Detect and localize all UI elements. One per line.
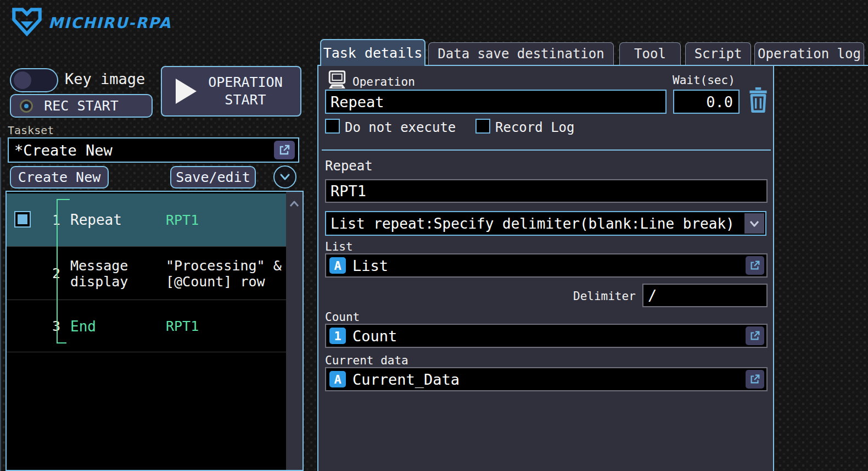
task-row-2[interactable]: 2 Message display "Processing" & [@Count…	[7, 247, 286, 300]
loop-bracket	[57, 342, 66, 343]
current-data-input[interactable]: A Current_Data	[325, 367, 768, 391]
count-value: Count	[352, 328, 397, 345]
repeat-name-input[interactable]: RPT1	[325, 179, 768, 203]
tab-operation-log[interactable]: Operation log	[754, 42, 864, 65]
key-image-label: Key image	[65, 70, 145, 87]
rec-radio-icon	[20, 99, 33, 113]
external-link-icon	[749, 259, 761, 271]
record-log-label: Record Log	[495, 120, 575, 135]
count-label: Count	[325, 311, 360, 324]
app-window: MICHIRU-RPA Key image REC START OPERATIO…	[0, 0, 868, 471]
list-label: List	[325, 240, 353, 253]
delimiter-label: Delimiter	[573, 290, 636, 303]
save-edit-button[interactable]: Save/edit	[170, 166, 256, 189]
list-input[interactable]: A List	[325, 253, 768, 278]
text-variable-badge: A	[329, 257, 346, 274]
loop-bracket	[57, 199, 70, 200]
current-data-value: Current_Data	[352, 371, 460, 388]
list-value: List	[352, 257, 388, 274]
chevron-up-icon	[289, 200, 300, 208]
michiru-heart-logo-icon	[9, 4, 45, 43]
wait-value: 0.0	[706, 93, 733, 110]
delimiter-input[interactable]: /	[642, 284, 768, 307]
tab-task-details[interactable]: Task details	[320, 39, 425, 66]
wait-label: Wait(sec)	[673, 74, 735, 87]
count-open-button[interactable]	[746, 326, 764, 345]
task-row-param: RPT1	[166, 301, 286, 352]
select-arrow-button[interactable]	[744, 213, 764, 234]
tab-label: Script	[695, 46, 742, 62]
operation-start-label: OPERATION START	[204, 74, 287, 109]
external-link-icon	[749, 373, 761, 385]
rec-start-label: REC START	[44, 98, 118, 114]
create-new-button[interactable]: Create New	[10, 166, 109, 189]
create-new-label: Create New	[18, 169, 101, 185]
repeat-type-select[interactable]: List repeat:Specify delimiter(blank:Line…	[325, 211, 766, 236]
current-data-label: Current data	[325, 354, 408, 367]
repeat-type-value: List repeat:Specify delimiter(blank:Line…	[331, 215, 735, 232]
chevron-down-icon	[278, 170, 292, 184]
task-row-name: End	[64, 301, 164, 352]
tab-data-save-destination[interactable]: Data save destination	[428, 42, 614, 65]
tab-tool[interactable]: Tool	[619, 42, 681, 65]
repeat-name-value: RPT1	[331, 182, 366, 200]
task-list: 1 Repeat RPT1 2 Message display "Process…	[5, 191, 304, 471]
taskset-open-button[interactable]	[274, 141, 295, 159]
operation-input[interactable]: Repeat	[325, 90, 667, 114]
current-data-open-button[interactable]	[746, 370, 764, 389]
key-image-toggle[interactable]	[10, 68, 58, 92]
play-icon	[176, 79, 197, 104]
record-log-checkbox[interactable]	[475, 119, 490, 134]
taskset-value: *Create New	[14, 142, 113, 159]
task-list-scrollbar[interactable]	[286, 192, 303, 470]
task-row-param: "Processing" & [@Count] row	[166, 247, 286, 300]
task-row-name: Repeat	[64, 193, 164, 246]
task-details-panel: Operation Wait(sec) Repeat 0.0 Do not ex…	[317, 66, 774, 471]
external-link-icon	[749, 330, 761, 342]
tab-script[interactable]: Script	[685, 42, 751, 65]
task-row-param: RPT1	[166, 193, 286, 246]
section-divider	[322, 149, 771, 151]
window-edge-line	[0, 137, 1, 471]
tab-label: Task details	[323, 45, 423, 61]
brand-title: MICHIRU-RPA	[48, 14, 171, 31]
repeat-label: Repeat	[325, 158, 373, 174]
save-edit-label: Save/edit	[176, 169, 250, 185]
taskset-menu-button[interactable]	[273, 165, 296, 189]
task-row-1[interactable]: 1 Repeat RPT1	[7, 193, 286, 247]
task-row-1-checkbox[interactable]	[14, 211, 31, 228]
operation-value: Repeat	[331, 93, 384, 110]
taskset-label: Taskset	[8, 124, 54, 137]
delimiter-value: /	[648, 287, 657, 304]
text-variable-badge: A	[329, 371, 346, 387]
tab-label: Data save destination	[438, 46, 604, 62]
rec-start-button[interactable]: REC START	[10, 94, 153, 118]
tab-label: Operation log	[758, 46, 861, 62]
trash-icon[interactable]	[747, 86, 770, 117]
toggle-knob[interactable]	[14, 71, 31, 89]
chevron-down-icon	[749, 220, 760, 228]
task-row-name: Message display	[64, 247, 164, 300]
taskset-input[interactable]: *Create New	[8, 137, 299, 163]
operation-label: Operation	[352, 75, 415, 88]
wait-input[interactable]: 0.0	[673, 90, 740, 114]
external-link-icon	[278, 143, 291, 157]
do-not-execute-label: Do not execute	[345, 120, 456, 135]
loop-bracket	[57, 199, 58, 343]
number-variable-badge: 1	[329, 328, 346, 344]
task-row-3[interactable]: 3 End RPT1	[7, 301, 286, 352]
tab-label: Tool	[634, 46, 666, 62]
count-input[interactable]: 1 Count	[325, 324, 768, 348]
do-not-execute-checkbox[interactable]	[325, 119, 340, 134]
list-open-button[interactable]	[746, 256, 764, 275]
operation-start-button[interactable]: OPERATION START	[161, 66, 301, 117]
